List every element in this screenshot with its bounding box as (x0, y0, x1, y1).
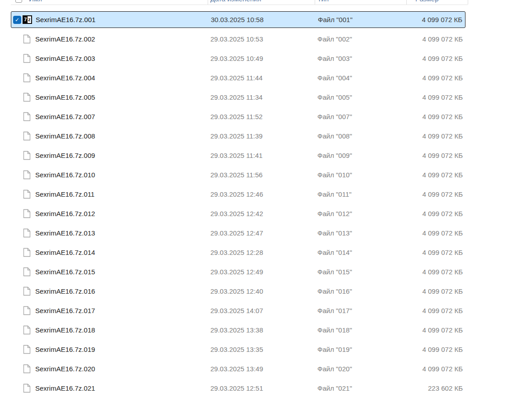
column-separator[interactable] (208, 0, 208, 5)
row-checkbox-slot (13, 326, 21, 334)
file-size: 4 099 072 КБ (397, 268, 465, 276)
row-checkbox-slot (13, 229, 21, 237)
file-row[interactable]: SexrimAE16.7z.014 29.03.2025 12:28 Файл … (11, 243, 465, 262)
column-separator[interactable] (315, 0, 315, 5)
file-name: SexrimAE16.7z.005 (35, 93, 210, 101)
file-type: Файл "007" (317, 113, 397, 120)
file-icon-slot (22, 92, 32, 102)
file-row[interactable]: SexrimAE16.7z.010 29.03.2025 11:56 Файл … (11, 165, 465, 185)
file-row[interactable]: SexrimAE16.7z.016 29.03.2025 12:40 Файл … (11, 282, 465, 301)
select-all-checkbox[interactable] (15, 0, 22, 3)
file-name: SexrimAE16.7z.009 (35, 152, 210, 159)
file-name: SexrimAE16.7z.008 (35, 132, 210, 140)
file-name: SexrimAE16.7z.021 (35, 384, 210, 392)
file-size: 4 099 072 КБ (397, 365, 465, 373)
date-modified: 29.03.2025 12:42 (210, 210, 317, 217)
file-size: 4 099 072 КБ (397, 132, 465, 140)
file-row[interactable]: SexrimAE16.7z.018 29.03.2025 13:38 Файл … (11, 320, 465, 340)
file-name: SexrimAE16.7z.004 (35, 74, 210, 82)
file-row[interactable]: SexrimAE16.7z.005 29.03.2025 11:34 Файл … (11, 88, 465, 107)
file-icon-slot (22, 267, 32, 277)
file-size: 4 099 072 КБ (397, 55, 465, 62)
file-row[interactable]: SexrimAE16.7z.009 29.03.2025 11:41 Файл … (11, 146, 465, 165)
file-row[interactable]: SexrimAE16.7z.021 29.03.2025 12:51 Файл … (11, 378, 465, 398)
blank-file-icon (23, 54, 31, 63)
file-type: Файл "001" (318, 16, 397, 23)
file-row[interactable]: SexrimAE16.7z.012 29.03.2025 12:42 Файл … (11, 204, 465, 223)
file-row[interactable]: SexrimAE16.7z.017 29.03.2025 14:07 Файл … (11, 301, 465, 320)
blank-file-icon (23, 112, 31, 121)
file-type: Файл "008" (317, 132, 397, 140)
file-icon-slot (22, 34, 32, 44)
date-modified: 29.03.2025 13:35 (210, 346, 317, 353)
file-size: 4 099 072 КБ (397, 346, 465, 353)
row-checkbox-slot (13, 55, 21, 63)
column-header-size[interactable]: Размер (415, 0, 439, 3)
file-type: Файл "004" (317, 74, 397, 82)
file-row[interactable]: SexrimAE16.7z.007 29.03.2025 11:52 Файл … (11, 107, 465, 126)
file-type: Файл "011" (317, 190, 397, 198)
file-name: SexrimAE16.7z.013 (35, 229, 210, 237)
file-icon-slot (22, 170, 32, 180)
file-name: SexrimAE16.7z.014 (35, 249, 210, 256)
file-size: 4 099 072 КБ (397, 113, 465, 120)
column-header-date[interactable]: Дата изменения (210, 0, 261, 3)
file-icon-slot (22, 325, 32, 335)
row-checkbox-slot (13, 249, 21, 257)
file-icon-slot (22, 228, 32, 238)
file-row[interactable]: SexrimAE16.7z.015 29.03.2025 12:49 Файл … (11, 262, 465, 282)
file-type: Файл "002" (317, 35, 397, 43)
file-row[interactable]: SexrimAE16.7z.013 29.03.2025 12:47 Файл … (11, 223, 465, 243)
file-size: 4 099 072 КБ (397, 307, 465, 314)
date-modified: 29.03.2025 13:38 (210, 326, 317, 334)
file-name: SexrimAE16.7z.010 (35, 171, 210, 179)
file-type: Файл "018" (317, 326, 397, 334)
row-checkbox-slot (13, 113, 21, 121)
file-row[interactable]: ✓ 7z SexrimAE16.7z.001 30.03.2025 10:58 … (11, 11, 465, 28)
row-checkbox-slot (13, 307, 21, 315)
column-separator[interactable] (406, 0, 407, 5)
date-modified: 29.03.2025 11:34 (210, 93, 317, 101)
blank-file-icon (23, 345, 31, 354)
blank-file-icon (23, 151, 31, 160)
file-name: SexrimAE16.7z.018 (35, 326, 210, 334)
file-name: SexrimAE16.7z.017 (35, 307, 210, 314)
blank-file-icon (23, 383, 31, 393)
row-checkbox-slot (13, 152, 21, 160)
date-modified: 29.03.2025 11:52 (210, 113, 317, 120)
column-separator[interactable] (468, 0, 468, 5)
date-modified: 29.03.2025 12:46 (210, 190, 317, 198)
file-row[interactable]: SexrimAE16.7z.008 29.03.2025 11:39 Файл … (11, 126, 465, 146)
file-row[interactable]: SexrimAE16.7z.020 29.03.2025 13:49 Файл … (11, 359, 465, 378)
file-row[interactable]: SexrimAE16.7z.002 29.03.2025 10:53 Файл … (11, 29, 465, 49)
file-explorer-window: Имя Дата изменения Тип Размер ✓ 7z Sexri… (0, 0, 521, 420)
file-type: Файл "020" (317, 365, 397, 373)
blank-file-icon (23, 189, 31, 199)
file-row[interactable]: SexrimAE16.7z.003 29.03.2025 10:49 Файл … (11, 49, 465, 68)
file-name: SexrimAE16.7z.001 (36, 16, 211, 23)
row-checkbox-slot (13, 210, 21, 218)
file-size: 4 099 072 КБ (397, 35, 465, 43)
row-checkbox-slot (13, 268, 21, 276)
file-row[interactable]: SexrimAE16.7z.004 29.03.2025 11:44 Файл … (11, 68, 465, 88)
file-icon-slot (22, 286, 32, 296)
date-modified: 29.03.2025 11:39 (210, 132, 317, 140)
blank-file-icon (23, 73, 31, 83)
file-row[interactable]: SexrimAE16.7z.011 29.03.2025 12:46 Файл … (11, 185, 465, 204)
file-icon-slot (22, 112, 32, 121)
file-name: SexrimAE16.7z.015 (35, 268, 210, 276)
file-name: SexrimAE16.7z.012 (35, 210, 210, 217)
file-icon-slot (22, 131, 32, 141)
blank-file-icon (23, 34, 31, 44)
file-type: Файл "014" (317, 249, 397, 256)
selected-checkbox[interactable]: ✓ (13, 16, 21, 24)
column-header-name[interactable]: Имя (29, 0, 42, 3)
file-row[interactable]: SexrimAE16.7z.019 29.03.2025 13:35 Файл … (11, 340, 465, 359)
date-modified: 29.03.2025 13:49 (210, 365, 317, 373)
blank-file-icon (23, 267, 31, 277)
file-name: SexrimAE16.7z.002 (35, 35, 210, 43)
row-checkbox-slot (13, 93, 21, 102)
column-header-type[interactable]: Тип (317, 0, 329, 3)
7zip-file-icon: 7z (23, 15, 32, 24)
date-modified: 29.03.2025 11:41 (210, 152, 317, 159)
